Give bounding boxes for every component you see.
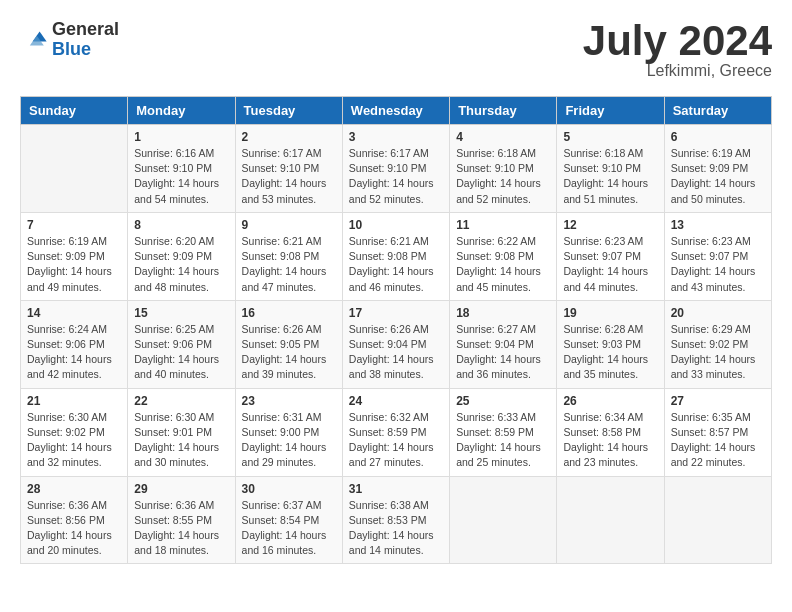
- header-monday: Monday: [128, 97, 235, 125]
- logo-blue: Blue: [52, 40, 119, 60]
- day-cell: 30Sunrise: 6:37 AMSunset: 8:54 PMDayligh…: [235, 476, 342, 564]
- day-cell: 19Sunrise: 6:28 AMSunset: 9:03 PMDayligh…: [557, 300, 664, 388]
- week-row-4: 21Sunrise: 6:30 AMSunset: 9:02 PMDayligh…: [21, 388, 772, 476]
- day-info: Sunrise: 6:17 AMSunset: 9:10 PMDaylight:…: [242, 146, 336, 207]
- day-cell: 28Sunrise: 6:36 AMSunset: 8:56 PMDayligh…: [21, 476, 128, 564]
- logo-general: General: [52, 20, 119, 40]
- day-number: 20: [671, 306, 765, 320]
- day-info: Sunrise: 6:24 AMSunset: 9:06 PMDaylight:…: [27, 322, 121, 383]
- day-cell: 13Sunrise: 6:23 AMSunset: 9:07 PMDayligh…: [664, 212, 771, 300]
- day-number: 24: [349, 394, 443, 408]
- location: Lefkimmi, Greece: [583, 62, 772, 80]
- day-info: Sunrise: 6:19 AMSunset: 9:09 PMDaylight:…: [671, 146, 765, 207]
- day-cell: 3Sunrise: 6:17 AMSunset: 9:10 PMDaylight…: [342, 125, 449, 213]
- day-cell: [664, 476, 771, 564]
- day-number: 16: [242, 306, 336, 320]
- day-cell: 1Sunrise: 6:16 AMSunset: 9:10 PMDaylight…: [128, 125, 235, 213]
- day-cell: 25Sunrise: 6:33 AMSunset: 8:59 PMDayligh…: [450, 388, 557, 476]
- day-number: 9: [242, 218, 336, 232]
- day-cell: 16Sunrise: 6:26 AMSunset: 9:05 PMDayligh…: [235, 300, 342, 388]
- day-info: Sunrise: 6:34 AMSunset: 8:58 PMDaylight:…: [563, 410, 657, 471]
- day-info: Sunrise: 6:32 AMSunset: 8:59 PMDaylight:…: [349, 410, 443, 471]
- day-cell: [450, 476, 557, 564]
- day-info: Sunrise: 6:33 AMSunset: 8:59 PMDaylight:…: [456, 410, 550, 471]
- day-cell: 22Sunrise: 6:30 AMSunset: 9:01 PMDayligh…: [128, 388, 235, 476]
- day-info: Sunrise: 6:29 AMSunset: 9:02 PMDaylight:…: [671, 322, 765, 383]
- logo-text: General Blue: [52, 20, 119, 60]
- day-cell: 17Sunrise: 6:26 AMSunset: 9:04 PMDayligh…: [342, 300, 449, 388]
- day-info: Sunrise: 6:36 AMSunset: 8:55 PMDaylight:…: [134, 498, 228, 559]
- day-number: 25: [456, 394, 550, 408]
- day-cell: 10Sunrise: 6:21 AMSunset: 9:08 PMDayligh…: [342, 212, 449, 300]
- day-number: 26: [563, 394, 657, 408]
- header-saturday: Saturday: [664, 97, 771, 125]
- header-thursday: Thursday: [450, 97, 557, 125]
- day-cell: 26Sunrise: 6:34 AMSunset: 8:58 PMDayligh…: [557, 388, 664, 476]
- day-number: 12: [563, 218, 657, 232]
- day-info: Sunrise: 6:17 AMSunset: 9:10 PMDaylight:…: [349, 146, 443, 207]
- day-info: Sunrise: 6:26 AMSunset: 9:04 PMDaylight:…: [349, 322, 443, 383]
- day-cell: 7Sunrise: 6:19 AMSunset: 9:09 PMDaylight…: [21, 212, 128, 300]
- day-number: 22: [134, 394, 228, 408]
- day-number: 13: [671, 218, 765, 232]
- day-cell: 12Sunrise: 6:23 AMSunset: 9:07 PMDayligh…: [557, 212, 664, 300]
- day-number: 8: [134, 218, 228, 232]
- day-number: 23: [242, 394, 336, 408]
- header-sunday: Sunday: [21, 97, 128, 125]
- day-cell: 14Sunrise: 6:24 AMSunset: 9:06 PMDayligh…: [21, 300, 128, 388]
- day-info: Sunrise: 6:25 AMSunset: 9:06 PMDaylight:…: [134, 322, 228, 383]
- day-number: 4: [456, 130, 550, 144]
- day-cell: 31Sunrise: 6:38 AMSunset: 8:53 PMDayligh…: [342, 476, 449, 564]
- day-number: 14: [27, 306, 121, 320]
- day-info: Sunrise: 6:30 AMSunset: 9:02 PMDaylight:…: [27, 410, 121, 471]
- day-cell: 11Sunrise: 6:22 AMSunset: 9:08 PMDayligh…: [450, 212, 557, 300]
- header-friday: Friday: [557, 97, 664, 125]
- day-number: 2: [242, 130, 336, 144]
- day-cell: 9Sunrise: 6:21 AMSunset: 9:08 PMDaylight…: [235, 212, 342, 300]
- day-info: Sunrise: 6:38 AMSunset: 8:53 PMDaylight:…: [349, 498, 443, 559]
- day-number: 11: [456, 218, 550, 232]
- day-info: Sunrise: 6:27 AMSunset: 9:04 PMDaylight:…: [456, 322, 550, 383]
- day-info: Sunrise: 6:19 AMSunset: 9:09 PMDaylight:…: [27, 234, 121, 295]
- week-row-3: 14Sunrise: 6:24 AMSunset: 9:06 PMDayligh…: [21, 300, 772, 388]
- title-block: July 2024 Lefkimmi, Greece: [583, 20, 772, 80]
- day-number: 17: [349, 306, 443, 320]
- day-info: Sunrise: 6:30 AMSunset: 9:01 PMDaylight:…: [134, 410, 228, 471]
- day-cell: 8Sunrise: 6:20 AMSunset: 9:09 PMDaylight…: [128, 212, 235, 300]
- day-cell: 6Sunrise: 6:19 AMSunset: 9:09 PMDaylight…: [664, 125, 771, 213]
- day-number: 19: [563, 306, 657, 320]
- week-row-5: 28Sunrise: 6:36 AMSunset: 8:56 PMDayligh…: [21, 476, 772, 564]
- day-cell: 2Sunrise: 6:17 AMSunset: 9:10 PMDaylight…: [235, 125, 342, 213]
- day-number: 6: [671, 130, 765, 144]
- day-cell: 24Sunrise: 6:32 AMSunset: 8:59 PMDayligh…: [342, 388, 449, 476]
- day-cell: 21Sunrise: 6:30 AMSunset: 9:02 PMDayligh…: [21, 388, 128, 476]
- day-cell: 20Sunrise: 6:29 AMSunset: 9:02 PMDayligh…: [664, 300, 771, 388]
- day-number: 10: [349, 218, 443, 232]
- day-number: 3: [349, 130, 443, 144]
- day-cell: 29Sunrise: 6:36 AMSunset: 8:55 PMDayligh…: [128, 476, 235, 564]
- day-info: Sunrise: 6:21 AMSunset: 9:08 PMDaylight:…: [242, 234, 336, 295]
- day-info: Sunrise: 6:21 AMSunset: 9:08 PMDaylight:…: [349, 234, 443, 295]
- day-info: Sunrise: 6:37 AMSunset: 8:54 PMDaylight:…: [242, 498, 336, 559]
- day-number: 28: [27, 482, 121, 496]
- day-number: 31: [349, 482, 443, 496]
- header-row: SundayMondayTuesdayWednesdayThursdayFrid…: [21, 97, 772, 125]
- day-info: Sunrise: 6:23 AMSunset: 9:07 PMDaylight:…: [563, 234, 657, 295]
- day-info: Sunrise: 6:28 AMSunset: 9:03 PMDaylight:…: [563, 322, 657, 383]
- day-cell: 23Sunrise: 6:31 AMSunset: 9:00 PMDayligh…: [235, 388, 342, 476]
- day-info: Sunrise: 6:36 AMSunset: 8:56 PMDaylight:…: [27, 498, 121, 559]
- day-number: 5: [563, 130, 657, 144]
- day-info: Sunrise: 6:18 AMSunset: 9:10 PMDaylight:…: [456, 146, 550, 207]
- day-info: Sunrise: 6:35 AMSunset: 8:57 PMDaylight:…: [671, 410, 765, 471]
- day-info: Sunrise: 6:31 AMSunset: 9:00 PMDaylight:…: [242, 410, 336, 471]
- header-tuesday: Tuesday: [235, 97, 342, 125]
- day-number: 15: [134, 306, 228, 320]
- header-wednesday: Wednesday: [342, 97, 449, 125]
- day-cell: [557, 476, 664, 564]
- week-row-1: 1Sunrise: 6:16 AMSunset: 9:10 PMDaylight…: [21, 125, 772, 213]
- day-info: Sunrise: 6:20 AMSunset: 9:09 PMDaylight:…: [134, 234, 228, 295]
- day-cell: [21, 125, 128, 213]
- day-cell: 15Sunrise: 6:25 AMSunset: 9:06 PMDayligh…: [128, 300, 235, 388]
- day-number: 30: [242, 482, 336, 496]
- month-title: July 2024: [583, 20, 772, 62]
